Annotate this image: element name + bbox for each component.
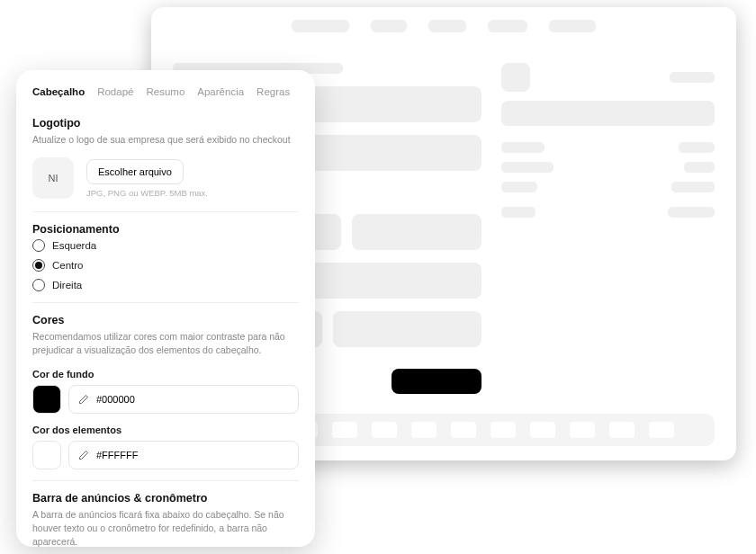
position-radio-group: Esquerda Centro Direita — [32, 239, 299, 291]
el-color-input-wrapper[interactable] — [68, 441, 299, 469]
skeleton — [501, 142, 544, 153]
skeleton — [501, 182, 537, 192]
skeleton — [501, 101, 715, 126]
skeleton — [501, 162, 554, 173]
skeleton — [488, 20, 527, 32]
logo-section-title: Logotipo — [32, 117, 299, 130]
settings-panel: Cabeçalho Rodapé Resumo Aparência Regras… — [16, 70, 315, 547]
radio-dot-icon — [32, 279, 45, 291]
divider — [32, 480, 299, 481]
el-color-swatch[interactable] — [32, 441, 61, 469]
skeleton — [530, 422, 555, 438]
colors-section-desc: Recomendamos utilizar cores com maior co… — [32, 330, 299, 357]
divider — [32, 302, 299, 303]
skeleton — [684, 162, 715, 173]
preview-right-column — [501, 63, 715, 394]
skeleton — [671, 182, 715, 192]
skeleton — [501, 63, 530, 92]
bg-color-label: Cor de fundo — [32, 369, 299, 380]
radio-dot-icon — [32, 259, 45, 272]
tab-aparencia[interactable]: Aparência — [197, 86, 244, 97]
skeleton — [372, 422, 397, 438]
skeleton — [501, 207, 536, 218]
skeleton — [609, 422, 634, 438]
radio-left-label: Esquerda — [52, 240, 96, 251]
tab-rodape[interactable]: Rodapé — [97, 86, 133, 97]
radio-right-label: Direita — [52, 280, 82, 290]
logo-section-desc: Atualize o logo de sua empresa que será … — [32, 133, 299, 147]
skeleton — [428, 20, 466, 32]
skeleton — [549, 20, 596, 32]
tab-cabecalho[interactable]: Cabeçalho — [32, 86, 85, 97]
logo-preview: NI — [32, 157, 74, 199]
tab-regras[interactable]: Regras — [256, 86, 290, 97]
bg-color-input[interactable] — [96, 394, 289, 405]
file-hint: JPG, PNG ou WEBP. 5MB max. — [86, 188, 208, 198]
announce-section-desc: A barra de anúncios ficará fixa abaixo d… — [32, 508, 299, 547]
radio-center-label: Centro — [52, 260, 84, 271]
choose-file-button[interactable]: Escolher arquivo — [86, 159, 184, 184]
announce-section-title: Barra de anúncios & cronômetro — [32, 492, 299, 505]
colors-section-title: Cores — [32, 314, 299, 326]
radio-dot-icon — [32, 239, 45, 252]
skeleton — [411, 422, 436, 438]
skeleton — [570, 422, 595, 438]
radio-right[interactable]: Direita — [32, 279, 299, 291]
skeleton — [649, 422, 674, 438]
divider — [32, 211, 299, 212]
position-section-title: Posicionamento — [32, 223, 299, 236]
skeleton — [352, 214, 482, 250]
skeleton — [371, 20, 407, 32]
radio-left[interactable]: Esquerda — [32, 239, 299, 252]
el-color-input[interactable] — [96, 450, 289, 460]
skeleton — [333, 311, 482, 347]
el-color-label: Cor dos elementos — [32, 424, 299, 435]
skeleton — [292, 20, 349, 32]
skeleton — [332, 422, 357, 438]
preview-topbar — [151, 7, 736, 45]
skeleton — [679, 142, 715, 153]
pencil-icon — [78, 450, 89, 460]
tab-resumo[interactable]: Resumo — [146, 86, 184, 97]
pencil-icon — [78, 394, 89, 405]
skeleton — [670, 72, 715, 83]
bg-color-input-wrapper[interactable] — [68, 385, 299, 414]
tab-bar: Cabeçalho Rodapé Resumo Aparência Regras — [32, 86, 299, 97]
bg-color-swatch[interactable] — [32, 385, 61, 414]
skeleton — [668, 207, 715, 218]
skeleton — [490, 422, 516, 438]
preview-cta-button — [392, 369, 482, 394]
radio-center[interactable]: Centro — [32, 259, 299, 272]
skeleton — [451, 422, 476, 438]
